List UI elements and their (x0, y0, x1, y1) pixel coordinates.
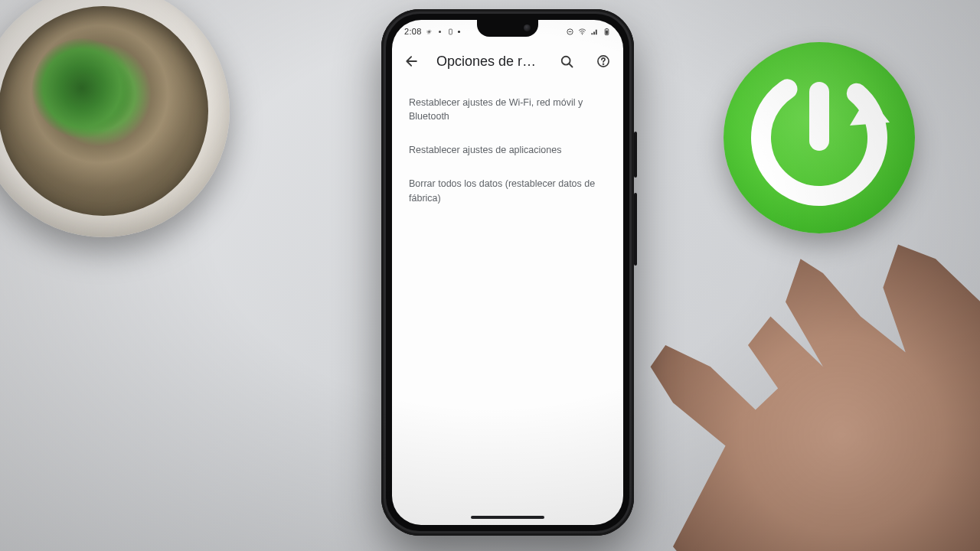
list-item-label: Restablecer ajustes de aplicaciones (409, 145, 561, 155)
phone-side-button (634, 132, 637, 178)
svg-rect-10 (606, 28, 608, 28)
power-cycle-coaster (724, 42, 915, 233)
recycle-power-icon (743, 61, 896, 214)
gesture-nav-bar[interactable] (471, 516, 544, 519)
page-title: Opciones de restableci... (436, 54, 542, 70)
do-not-disturb-icon (566, 28, 574, 36)
gear-icon (436, 28, 443, 35)
search-icon (559, 54, 574, 69)
list-item-factory-reset[interactable]: Borrar todos los datos (restablecer dato… (392, 167, 623, 214)
list-item-label: Borrar todos los datos (restablecer dato… (409, 178, 595, 203)
svg-line-13 (570, 64, 573, 67)
list-item-reset-apps[interactable]: Restablecer ajustes de aplicaciones (392, 133, 623, 167)
phone-side-button (634, 193, 637, 266)
succulent-plant (0, 0, 230, 237)
search-button[interactable] (554, 49, 579, 73)
svg-point-15 (603, 64, 604, 65)
reset-options-list: Restablecer ajustes de Wi-Fi, red móvil … (392, 81, 623, 220)
back-button[interactable] (400, 49, 424, 73)
phone-icon (447, 28, 454, 35)
status-clock: 2:08 (404, 27, 422, 36)
help-button[interactable] (591, 49, 616, 73)
user-hand (635, 237, 980, 551)
battery-icon (603, 28, 611, 36)
list-item-label: Restablecer ajustes de Wi-Fi, red móvil … (409, 97, 583, 122)
signal-icon (590, 28, 599, 36)
list-item-reset-network[interactable]: Restablecer ajustes de Wi-Fi, red móvil … (392, 86, 623, 133)
gear-icon (426, 28, 433, 35)
help-icon (596, 54, 611, 69)
svg-point-4 (439, 31, 441, 33)
svg-rect-5 (449, 29, 452, 34)
phone-screen: 2:08 Opciones de restableci... (392, 20, 623, 525)
phone-notch (477, 20, 538, 37)
app-bar: Opciones de restableci... (392, 41, 623, 81)
status-dot-icon (458, 31, 460, 33)
svg-rect-11 (606, 30, 608, 34)
arrow-left-icon (404, 54, 420, 69)
smartphone-device: 2:08 Opciones de restableci... (381, 9, 634, 536)
svg-point-8 (582, 34, 583, 34)
wifi-icon (578, 28, 586, 36)
